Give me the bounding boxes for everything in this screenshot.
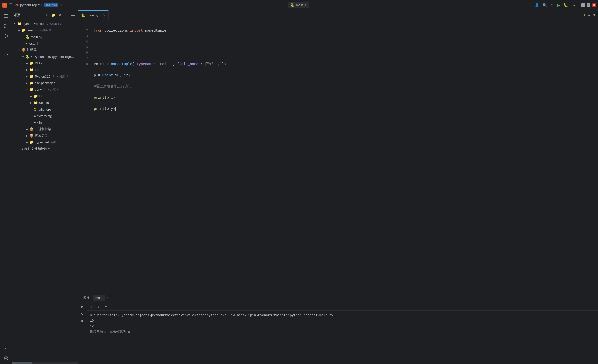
tree-pyvenv[interactable]: ≡ pyvenv.cfg [12,113,78,119]
activity-run-icon[interactable] [2,31,11,41]
settings-title-icon[interactable]: ⚙ [550,3,554,7]
project-panel: 项目 + 📁 ✕ ⋯ — ▾ 📁 pythonProject1 C:\Users… [12,10,78,364]
scroll-down-icon[interactable]: ↓ [96,304,101,309]
hamburger-icon[interactable]: ☰ [9,3,13,7]
tree-venv[interactable]: ▶ 📁 venv library根目录 [12,27,78,33]
activity-git2-icon[interactable] [2,354,11,363]
typeshed-icon: 📁 [29,140,34,144]
panel-close-btn[interactable]: ✕ [57,12,63,18]
bottom-tab-main-container: main ✕ [93,295,109,301]
tree-temp-files[interactable]: ≡ 临时文件和控制台 [12,145,78,152]
tab-py-icon: 🐍 [81,13,85,17]
tab-close-btn[interactable]: ✕ [103,14,105,17]
venv-expand-arrow: ▶ [17,29,20,32]
tree-python310-folder[interactable]: ▶ 📁 Python310 library根目录 [12,73,78,80]
python310f-label: Python310 [35,75,50,78]
collapse-warnings-icon[interactable]: ▼ [593,13,596,17]
svg-rect-5 [4,347,8,350]
run-config[interactable]: 🐍 main ▾ [288,2,309,8]
code-line-2 [94,39,590,45]
scripts-folder-icon: 📁 [33,101,38,105]
panel-minimize-btn[interactable]: — [70,12,76,18]
code-line-3 [94,50,590,56]
code-line-5: p = Point(10, 12) [94,72,590,78]
extdefs-label: 扩展定义 [35,133,48,138]
run-button[interactable]: ▶ [557,2,560,8]
maximize-button[interactable]: □ [587,3,590,7]
terminal-exit-msg: 进程已结束，退出代码为 0 [90,329,595,335]
main-py-label: main.py [31,35,42,39]
expand-warnings-icon[interactable]: ▲ [587,13,591,17]
binfmk-icon: 📦 [29,127,34,131]
project-panel-scrollbar[interactable] [12,362,78,364]
bottom-tab-main-close[interactable]: ✕ [107,296,109,299]
tree-site-packages[interactable]: ▶ 📁 site-packages [12,80,78,86]
lib1-folder-icon: 📁 [29,68,34,72]
code-line-7: print(p.x) [94,95,590,100]
typeshed-label: Typeshed [35,140,49,144]
tree-ext-defs[interactable]: ▶ 📦 扩展定义 [12,132,78,139]
scripts-expand-arrow: ▶ [29,101,32,104]
extlibs-icon: 📦 [21,48,26,52]
x-ini-label: x.ini [37,121,42,124]
venv-sublabel: library根目录 [36,28,52,32]
code-line-6: #通过属性名来进行访问 [94,84,590,89]
bottom-tab-main[interactable]: main [93,295,105,301]
profile-icon[interactable]: 👤 [535,3,539,7]
terminal-command: C:\Users\lipin\PycharmProjects\pythonPro… [90,313,595,318]
sitepkg-label: site-packages [35,81,55,85]
tab-end-icons: ⚠ 4 ▲ ▼ [580,13,598,17]
tree-lib2[interactable]: ▶ 📁 Lib [12,93,78,99]
panel-new-file-btn[interactable]: + [44,12,49,18]
bottom-tab-run[interactable]: 运行 [80,295,92,301]
terminal-stop-icon[interactable]: ■ [79,318,86,324]
scroll-up-icon[interactable]: ↑ [89,304,94,309]
venv-label: venv [27,28,33,32]
tree-test-ini[interactable]: ≡ test.ini [12,40,78,47]
tree-dlls[interactable]: ▶ 📁 DLLs [12,60,78,66]
search-title-icon[interactable]: 🔍 [542,3,547,7]
minimize-button[interactable]: — [581,3,585,7]
terminal-restart-icon[interactable]: ↻ [79,311,86,317]
tree-gitignore[interactable]: ⊘ .gitignore [12,106,78,113]
filter-icon[interactable]: ≡ [103,304,108,309]
main-layout: ⋯ 项目 + 📁 ✕ ⋯ — [0,10,598,364]
tree-x-ini[interactable]: ≡ x.ini [12,119,78,126]
tab-main-py[interactable]: 🐍 main.py ✕ [78,10,109,20]
panel-toolbar: 项目 + 📁 ✕ ⋯ — [12,10,78,20]
tree-venv2[interactable]: ▾ 📁 venv library根目录 [12,86,78,93]
warning-count: 4 [584,13,586,17]
terminal-more-icon[interactable]: ⋯ [79,325,86,331]
pyvenv-label: pyvenv.cfg [37,114,52,118]
tree-main-py[interactable]: 🐍 main.py [12,33,78,40]
debug-button[interactable]: 🐛 [563,3,568,7]
terminal-run-icon[interactable]: ▶ [79,303,86,310]
panel-new-folder-btn[interactable]: 📁 [50,12,56,18]
tree-external-libs[interactable]: ▾ 📦 外部库 [12,47,78,53]
tree-lib1[interactable]: ▶ 📁 Lib [12,66,78,73]
activity-folder-icon[interactable] [2,11,11,20]
tree-python310[interactable]: ▾ 🐍 < Python 3.10 (pythonProje… [12,53,78,60]
vcs-badge[interactable]: 版本控制 [44,3,58,7]
warning-badge: ⚠ 4 [580,13,586,17]
title-bar-right: 👤 🔍 ⚙ ▶ 🐛 ⋯ — □ ✕ [535,2,596,8]
more-title-icon[interactable]: ⋯ [571,3,575,7]
lib1-expand-arrow: ▶ [25,68,28,71]
close-button[interactable]: ✕ [592,3,596,7]
panel-more-btn[interactable]: ⋯ [64,12,69,18]
activity-more-icon[interactable]: ⋯ [2,50,11,59]
warning-icon: ⚠ [580,13,583,17]
vcs-chevron[interactable]: ▾ [60,3,62,7]
activity-terminal-icon[interactable] [2,344,11,353]
code-content[interactable]: from collections import namedtuple Point… [91,20,593,293]
venv2-folder-icon: 📁 [29,87,34,92]
activity-git-icon[interactable] [2,21,11,30]
tree-scripts[interactable]: ▶ 📁 Scripts [12,99,78,106]
tree-typeshed[interactable]: ▶ 📁 Typeshed 存根 [12,139,78,145]
typeshed-sublabel: 存根 [51,140,57,144]
right-side: 🐍 main.py ✕ ⚠ 4 ▲ ▼ 1 2 3 [78,10,598,364]
tree-root[interactable]: ▾ 📁 pythonProject1 C:\Users\lipin [12,20,78,27]
python310f-folder-icon: 📁 [29,74,34,78]
tree-binary-framework[interactable]: ▶ 📦 二进制框架 [12,126,78,132]
binfmk-label: 二进制框架 [35,127,51,131]
